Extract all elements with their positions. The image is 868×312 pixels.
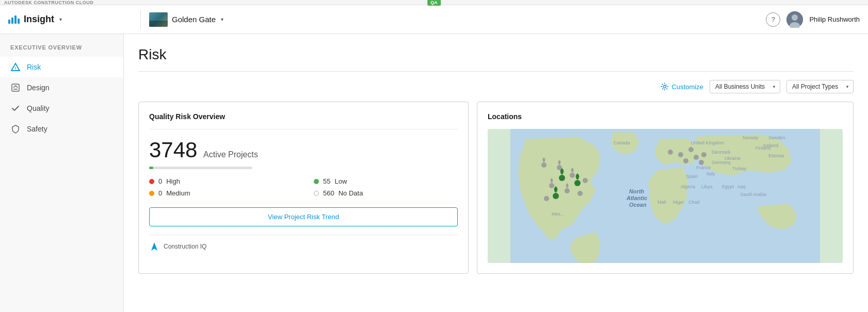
svg-text:United Kingdom: United Kingdom [691, 140, 724, 145]
sidebar-item-design-label: Design [27, 84, 50, 92]
svg-text:!: ! [15, 66, 17, 71]
map-pin-eu-7 [683, 158, 688, 163]
map-pin-6 [583, 178, 588, 183]
medium-label: Medium [166, 189, 190, 197]
map-pin-7 [577, 191, 583, 196]
help-button[interactable]: ? [766, 12, 780, 27]
project-name: Golden Gate [172, 15, 216, 24]
page-title-divider [138, 71, 854, 72]
progress-bar-fill [149, 167, 153, 169]
svg-text:Spain: Spain [686, 174, 698, 179]
svg-text:Finland: Finland [756, 145, 771, 151]
svg-marker-8 [151, 242, 157, 251]
construction-iq-footer: Construction IQ [149, 235, 458, 252]
svg-point-10 [541, 162, 546, 168]
map-pin-eu-3 [688, 147, 694, 152]
project-dropdown-arrow[interactable]: ▾ [221, 17, 223, 22]
low-value: 55 [323, 177, 330, 185]
sidebar: EXECUTIVE OVERVIEW ! Risk Design Quality… [0, 34, 124, 312]
high-label: High [166, 177, 180, 185]
quality-risk-card: Quality Risk Overview 3748 Active Projec… [138, 102, 469, 274]
high-value: 0 [158, 177, 162, 185]
content-toolbar: Customize All Business Units All Project… [138, 80, 854, 93]
high-dot [149, 179, 154, 184]
svg-text:Iraq: Iraq [737, 184, 746, 189]
svg-point-15 [559, 175, 565, 181]
header-divider [140, 10, 141, 29]
svg-text:North: North [629, 188, 645, 194]
map-pin-eu-2 [678, 152, 683, 157]
stats-grid: 0 High 55 Low 0 Medium [149, 177, 458, 197]
low-dot [314, 179, 319, 184]
svg-text:Atlantic: Atlantic [626, 195, 647, 201]
business-units-filter[interactable]: All Business Units [710, 80, 780, 93]
sidebar-item-risk-label: Risk [27, 63, 41, 71]
svg-point-17 [553, 193, 559, 199]
design-icon [10, 83, 21, 93]
svg-text:Mex...: Mex... [552, 211, 565, 217]
active-projects-label: Active Projects [203, 150, 258, 159]
no-data-value: 560 [323, 189, 334, 197]
quality-risk-card-title: Quality Risk Overview [149, 112, 458, 121]
svg-point-14 [565, 188, 570, 193]
medium-dot [149, 191, 154, 196]
page-title: Risk [138, 46, 854, 63]
svg-point-23 [688, 147, 694, 152]
svg-point-18 [583, 178, 588, 183]
sidebar-item-safety[interactable]: Safety [0, 119, 123, 139]
cards-row: Quality Risk Overview 3748 Active Projec… [138, 102, 854, 274]
quality-icon [10, 103, 21, 113]
app-branding: Insight ▾ [8, 14, 132, 25]
project-types-filter[interactable]: All Project Types [786, 80, 854, 93]
svg-point-13 [549, 183, 554, 188]
sidebar-item-risk[interactable]: ! Risk [0, 57, 123, 77]
construction-iq-label: Construction IQ [164, 243, 206, 250]
no-data-dot [314, 191, 319, 196]
app-dropdown-arrow[interactable]: ▾ [59, 17, 62, 22]
svg-text:Denmark: Denmark [712, 150, 731, 155]
view-project-risk-trend-button[interactable]: View Project Risk Trend [149, 207, 458, 226]
app-title[interactable]: Insight [24, 14, 54, 25]
sidebar-item-safety-label: Safety [27, 125, 47, 133]
user-name: Philip Rushworth [809, 15, 860, 23]
insight-icon [8, 15, 20, 24]
customize-button[interactable]: Customize [661, 83, 703, 91]
svg-text:Norway: Norway [743, 135, 759, 140]
svg-text:Libya: Libya [701, 184, 713, 189]
sidebar-item-quality-label: Quality [27, 104, 50, 112]
header-right: ? Philip Rushworth [766, 11, 860, 28]
project-thumbnail [149, 12, 168, 27]
svg-point-27 [683, 158, 688, 163]
svg-text:Sweden: Sweden [768, 135, 785, 140]
svg-point-21 [668, 150, 673, 155]
svg-point-25 [701, 152, 706, 157]
sidebar-item-quality[interactable]: Quality [0, 98, 123, 119]
autodesk-logo: AUTODESK CONSTRUCTION CLOUD [4, 0, 93, 5]
stat-low: 55 Low [314, 177, 458, 185]
svg-point-26 [699, 160, 704, 165]
progress-bar-container [149, 167, 458, 169]
stat-medium: 0 Medium [149, 189, 293, 197]
customize-label: Customize [672, 83, 703, 91]
business-units-filter-wrapper[interactable]: All Business Units [710, 80, 780, 93]
svg-text:Mali: Mali [657, 200, 666, 205]
locations-card: Locations [477, 102, 854, 274]
progress-bar [149, 167, 252, 169]
svg-point-19 [577, 191, 583, 196]
svg-text:Chad: Chad [688, 200, 700, 205]
locations-card-title: Locations [488, 112, 843, 121]
project-selector[interactable]: Golden Gate ▾ [149, 12, 223, 27]
risk-icon: ! [10, 62, 21, 72]
stat-no-data: 560 No Data [314, 189, 458, 197]
map-pin-eu-4 [694, 155, 699, 160]
project-types-filter-wrapper[interactable]: All Project Types [786, 80, 854, 93]
svg-text:Ocean: Ocean [629, 202, 647, 208]
svg-text:Turkey: Turkey [732, 166, 747, 171]
sidebar-item-design[interactable]: Design [0, 77, 123, 98]
svg-point-16 [574, 180, 581, 186]
svg-point-24 [694, 155, 699, 160]
svg-point-22 [678, 152, 683, 157]
svg-text:Estonia: Estonia [768, 153, 784, 158]
svg-text:France: France [696, 165, 711, 170]
map-pin-eu-5 [701, 152, 706, 157]
